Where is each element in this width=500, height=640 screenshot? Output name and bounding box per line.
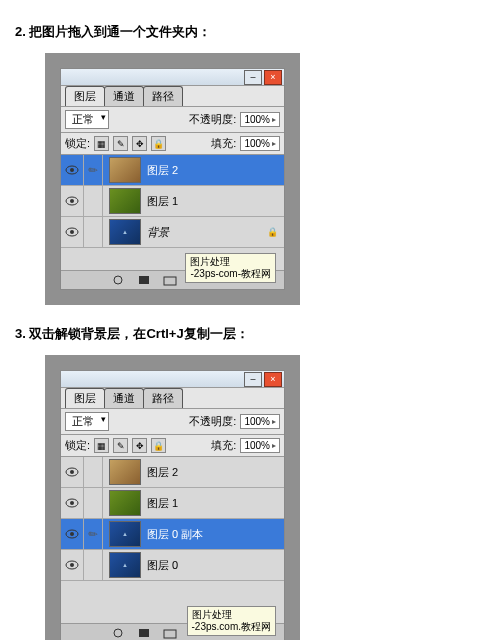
lock-icon: 🔒: [267, 227, 278, 237]
panel-tabs: 图层 通道 路径: [61, 388, 284, 408]
screenshot-1: – × 图层 通道 路径 正常 不透明度: 100%▸ 锁定: ▦ ✎ ✥ 🔒 …: [45, 53, 300, 305]
layer-thumbnail: [109, 157, 141, 183]
svg-point-10: [70, 470, 74, 474]
visibility-icon[interactable]: [61, 519, 84, 549]
layer-thumbnail: [109, 219, 141, 245]
link-cell[interactable]: [84, 457, 103, 487]
minimize-button[interactable]: –: [244, 372, 262, 387]
step-3-text: 3. 双击解锁背景层，在Crtl+J复制一层：: [15, 325, 485, 343]
fx-icon[interactable]: [111, 627, 125, 639]
tab-layers[interactable]: 图层: [65, 86, 105, 106]
fx-icon[interactable]: [111, 274, 125, 286]
lock-transparent-icon[interactable]: ▦: [94, 136, 109, 151]
tab-channels[interactable]: 通道: [104, 86, 144, 106]
layer-row[interactable]: 图层 1: [61, 186, 284, 217]
visibility-icon[interactable]: [61, 217, 84, 247]
fill-input[interactable]: 100%▸: [240, 136, 280, 151]
tab-layers[interactable]: 图层: [65, 388, 105, 408]
layer-name: 图层 2: [147, 163, 178, 178]
svg-rect-18: [139, 629, 149, 637]
mask-icon[interactable]: [137, 627, 151, 639]
link-cell[interactable]: ✎: [84, 155, 103, 185]
visibility-icon[interactable]: [61, 550, 84, 580]
close-button[interactable]: ×: [264, 372, 282, 387]
link-cell[interactable]: [84, 488, 103, 518]
visibility-icon[interactable]: [61, 155, 84, 185]
step-2-text: 2. 把图片拖入到通一个文件夹内：: [15, 23, 485, 41]
link-cell[interactable]: ✎: [84, 519, 103, 549]
svg-point-14: [70, 532, 74, 536]
fill-input[interactable]: 100%▸: [240, 438, 280, 453]
layer-name: 图层 1: [147, 194, 178, 209]
layer-thumbnail: [109, 521, 141, 547]
layers-panel-1: – × 图层 通道 路径 正常 不透明度: 100%▸ 锁定: ▦ ✎ ✥ 🔒 …: [60, 68, 285, 290]
layer-name: 背景: [147, 225, 169, 240]
svg-rect-7: [139, 276, 149, 284]
tab-paths[interactable]: 路径: [143, 86, 183, 106]
layer-thumbnail: [109, 188, 141, 214]
lock-row: 锁定: ▦ ✎ ✥ 🔒 填充: 100%▸: [61, 434, 284, 456]
svg-point-16: [70, 563, 74, 567]
tab-paths[interactable]: 路径: [143, 388, 183, 408]
layer-name: 图层 1: [147, 496, 178, 511]
watermark-tooltip: 图片处理-23ps.com.教程网: [187, 606, 276, 636]
layers-panel-2: – × 图层 通道 路径 正常 不透明度: 100%▸ 锁定: ▦ ✎ ✥ 🔒 …: [60, 370, 285, 640]
layer-row[interactable]: ✎图层 0 副本: [61, 519, 284, 550]
fill-label: 填充:: [211, 136, 236, 151]
lock-position-icon[interactable]: ✥: [132, 136, 147, 151]
layer-row[interactable]: ✎图层 2: [61, 155, 284, 186]
layer-row[interactable]: 图层 1: [61, 488, 284, 519]
svg-point-12: [70, 501, 74, 505]
blend-mode-select[interactable]: 正常: [65, 110, 109, 129]
visibility-icon[interactable]: [61, 488, 84, 518]
visibility-icon[interactable]: [61, 457, 84, 487]
opacity-label: 不透明度:: [189, 112, 236, 127]
close-button[interactable]: ×: [264, 70, 282, 85]
lock-all-icon[interactable]: 🔒: [151, 136, 166, 151]
blend-row: 正常 不透明度: 100%▸: [61, 106, 284, 132]
svg-point-5: [70, 230, 74, 234]
layer-row[interactable]: 图层 2: [61, 457, 284, 488]
folder-icon[interactable]: [163, 627, 177, 639]
svg-point-6: [114, 276, 122, 284]
watermark-tooltip: 图片处理-23ps-com-教程网: [185, 253, 276, 283]
fill-label: 填充:: [211, 438, 236, 453]
svg-point-3: [70, 199, 74, 203]
folder-icon[interactable]: [163, 274, 177, 286]
lock-label: 锁定:: [65, 136, 90, 151]
lock-position-icon[interactable]: ✥: [132, 438, 147, 453]
svg-point-17: [114, 629, 122, 637]
layer-row[interactable]: 图层 0: [61, 550, 284, 581]
visibility-icon[interactable]: [61, 186, 84, 216]
svg-rect-8: [164, 277, 176, 285]
svg-rect-19: [164, 630, 176, 638]
layer-thumbnail: [109, 459, 141, 485]
tab-channels[interactable]: 通道: [104, 388, 144, 408]
blend-row: 正常 不透明度: 100%▸: [61, 408, 284, 434]
layer-list: 图层 2图层 1✎图层 0 副本图层 0: [61, 456, 284, 581]
lock-all-icon[interactable]: 🔒: [151, 438, 166, 453]
lock-pixels-icon[interactable]: ✎: [113, 438, 128, 453]
panel-tabs: 图层 通道 路径: [61, 86, 284, 106]
layer-row[interactable]: 背景🔒: [61, 217, 284, 248]
svg-point-1: [70, 168, 74, 172]
opacity-input[interactable]: 100%▸: [240, 112, 280, 127]
layer-thumbnail: [109, 490, 141, 516]
screenshot-2: – × 图层 通道 路径 正常 不透明度: 100%▸ 锁定: ▦ ✎ ✥ 🔒 …: [45, 355, 300, 640]
link-cell[interactable]: [84, 186, 103, 216]
opacity-input[interactable]: 100%▸: [240, 414, 280, 429]
link-cell[interactable]: [84, 217, 103, 247]
minimize-button[interactable]: –: [244, 70, 262, 85]
lock-transparent-icon[interactable]: ▦: [94, 438, 109, 453]
lock-row: 锁定: ▦ ✎ ✥ 🔒 填充: 100%▸: [61, 132, 284, 154]
layer-list: ✎图层 2图层 1背景🔒: [61, 154, 284, 248]
opacity-label: 不透明度:: [189, 414, 236, 429]
mask-icon[interactable]: [137, 274, 151, 286]
lock-pixels-icon[interactable]: ✎: [113, 136, 128, 151]
layer-name: 图层 2: [147, 465, 178, 480]
layer-name: 图层 0 副本: [147, 527, 203, 542]
link-cell[interactable]: [84, 550, 103, 580]
blend-mode-select[interactable]: 正常: [65, 412, 109, 431]
layer-thumbnail: [109, 552, 141, 578]
layer-name: 图层 0: [147, 558, 178, 573]
